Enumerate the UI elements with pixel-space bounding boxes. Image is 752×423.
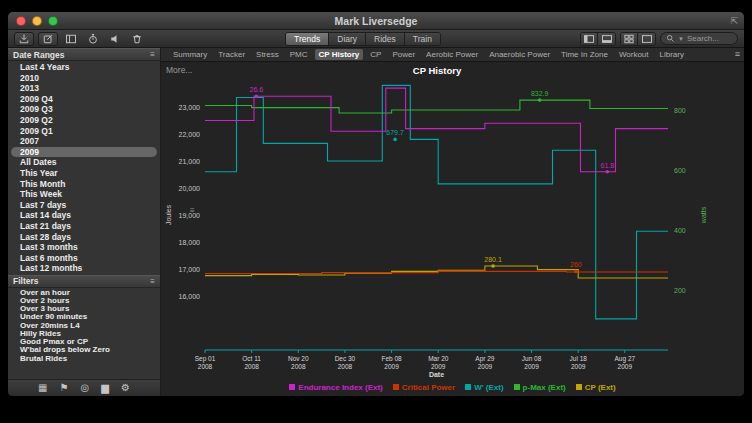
date-range-item-this-month[interactable]: This Month: [8, 179, 160, 190]
view-segment-train[interactable]: Train: [405, 33, 440, 45]
tab-time-in-zone[interactable]: Time In Zone: [557, 49, 612, 60]
svg-text:18,000: 18,000: [179, 239, 201, 246]
date-ranges-title: Date Ranges: [13, 50, 65, 60]
gear-icon[interactable]: ⚙: [121, 380, 130, 396]
legend-item-critical-power[interactable]: Critical Power: [393, 383, 455, 392]
legend-item-w-ext[interactable]: W' (Ext): [465, 383, 503, 392]
date-range-item-last-21-days[interactable]: Last 21 days: [8, 221, 160, 232]
date-range-item-last-3-months[interactable]: Last 3 months: [8, 242, 160, 253]
tab-cp[interactable]: CP: [366, 49, 385, 60]
legend-item-endurance-index-ext[interactable]: Endurance Index (Ext): [289, 383, 382, 392]
stopwatch-button[interactable]: [84, 32, 102, 46]
minimize-button[interactable]: [32, 16, 42, 26]
tab-aerobic-power[interactable]: Aerobic Power: [422, 49, 482, 60]
bottom-pane-view-button[interactable]: [598, 33, 615, 45]
desktop: Mark Liversedge ⇱: [0, 0, 752, 423]
import-ride-button[interactable]: [14, 32, 34, 46]
tab-bar-menu-icon[interactable]: ≡: [735, 49, 740, 59]
window-title: Mark Liversedge: [8, 15, 744, 27]
tab-pmc[interactable]: PMC: [286, 49, 312, 60]
view-segment-rides[interactable]: Rides: [366, 33, 405, 45]
chart-view-icon: [641, 33, 653, 45]
date-range-item-all-dates[interactable]: All Dates: [8, 157, 160, 168]
svg-text:2008: 2008: [291, 363, 306, 370]
date-range-item-this-week[interactable]: This Week: [8, 189, 160, 200]
sidebar-toggle-button[interactable]: [62, 32, 80, 46]
fullscreen-icon[interactable]: ⇱: [730, 16, 738, 26]
more-menu[interactable]: More...: [166, 65, 192, 75]
date-range-item-2009-q2[interactable]: 2009 Q2: [8, 115, 160, 126]
goldencheetah-window: Mark Liversedge ⇱: [8, 12, 744, 396]
date-range-item-this-year[interactable]: This Year: [8, 168, 160, 179]
svg-text:2008: 2008: [244, 363, 259, 370]
date-range-item-last-12-months[interactable]: Last 12 months: [8, 263, 160, 274]
view-segment-trends[interactable]: Trends: [286, 33, 329, 45]
svg-text:800: 800: [674, 107, 686, 114]
view-segment-diary[interactable]: Diary: [329, 33, 366, 45]
svg-text:260: 260: [570, 261, 582, 268]
svg-text:watts: watts: [700, 206, 707, 224]
speaker-button[interactable]: [106, 32, 124, 46]
tab-cp-history[interactable]: CP History: [315, 49, 364, 60]
legend-label: CP (Ext): [585, 383, 616, 392]
tab-summary[interactable]: Summary: [169, 49, 211, 60]
legend-swatch: [514, 384, 520, 390]
sidebar-footer-toolbar: ▦⚑◎▆⚙: [8, 379, 160, 396]
svg-text:Oct 11: Oct 11: [242, 355, 261, 362]
pin-icon[interactable]: ◎: [81, 380, 90, 396]
date-range-item-last-4-years[interactable]: Last 4 Years: [8, 62, 160, 73]
date-range-item-2010[interactable]: 2010: [8, 73, 160, 84]
svg-text:Date: Date: [429, 371, 444, 378]
view-segmented-control: TrendsDiaryRidesTrain: [285, 32, 441, 46]
tab-anaerobic-power[interactable]: Anaerobic Power: [485, 49, 554, 60]
close-button[interactable]: [16, 16, 26, 26]
left-pane-view-button[interactable]: [581, 33, 598, 45]
filters-header[interactable]: Filters ≡: [8, 275, 160, 288]
search-field[interactable]: ▼ Search...: [660, 32, 738, 45]
search-scope-chevron-icon[interactable]: ▼: [678, 36, 684, 42]
compose-ride-button[interactable]: [38, 32, 58, 46]
svg-text:21,000: 21,000: [179, 158, 201, 165]
date-range-item-last-7-days[interactable]: Last 7 days: [8, 200, 160, 211]
tab-workout[interactable]: Workout: [615, 49, 653, 60]
chart-icon[interactable]: ▆: [101, 380, 109, 396]
chart-view-button[interactable]: [638, 33, 655, 45]
trash-button[interactable]: [128, 32, 146, 46]
date-range-item-2013[interactable]: 2013: [8, 83, 160, 94]
tab-stress[interactable]: Stress: [252, 49, 283, 60]
date-range-item-2009[interactable]: 2009: [11, 147, 157, 158]
filters-menu-icon[interactable]: ≡: [150, 277, 155, 286]
svg-text:20,000: 20,000: [179, 185, 201, 192]
legend-swatch: [576, 384, 582, 390]
filter-item-brutal-rides[interactable]: Brutal Rides: [8, 355, 160, 363]
search-placeholder: Search...: [687, 34, 719, 43]
legend-item-cp-ext[interactable]: CP (Ext): [576, 383, 616, 392]
svg-text:400: 400: [674, 227, 686, 234]
trends-pane: ≡ SummaryTrackerStressPMCCP HistoryCPPow…: [161, 48, 744, 396]
date-range-item-last-14-days[interactable]: Last 14 days: [8, 210, 160, 221]
tab-library[interactable]: Library: [656, 49, 688, 60]
date-range-item-2009-q1[interactable]: 2009 Q1: [8, 126, 160, 137]
tile-view-icon: [623, 33, 635, 45]
date-ranges-menu-icon[interactable]: ≡: [150, 50, 155, 59]
date-range-item-last-28-days[interactable]: Last 28 days: [8, 232, 160, 243]
tab-tracker[interactable]: Tracker: [214, 49, 249, 60]
chart-tab-bar: ≡ SummaryTrackerStressPMCCP HistoryCPPow…: [161, 48, 744, 62]
svg-text:2009: 2009: [524, 363, 539, 370]
date-range-item-2007[interactable]: 2007: [8, 136, 160, 147]
import-ride-icon: [18, 33, 30, 45]
flag-icon[interactable]: ⚑: [60, 380, 69, 396]
date-range-item-2009-q3[interactable]: 2009 Q3: [8, 104, 160, 115]
zoom-button[interactable]: [48, 16, 58, 26]
legend-item-p-max-ext[interactable]: p-Max (Ext): [514, 383, 566, 392]
date-range-item-2009-q4[interactable]: 2009 Q4: [8, 94, 160, 105]
svg-text:679.7: 679.7: [386, 129, 404, 136]
tile-view-button[interactable]: [621, 33, 638, 45]
title-bar[interactable]: Mark Liversedge ⇱: [8, 12, 744, 30]
search-icon: [666, 34, 675, 43]
date-ranges-header[interactable]: Date Ranges ≡: [8, 48, 160, 61]
date-range-item-last-6-months[interactable]: Last 6 months: [8, 253, 160, 264]
tab-power[interactable]: Power: [388, 49, 419, 60]
svg-text:Apr 29: Apr 29: [475, 355, 495, 363]
grid-icon[interactable]: ▦: [38, 380, 47, 396]
